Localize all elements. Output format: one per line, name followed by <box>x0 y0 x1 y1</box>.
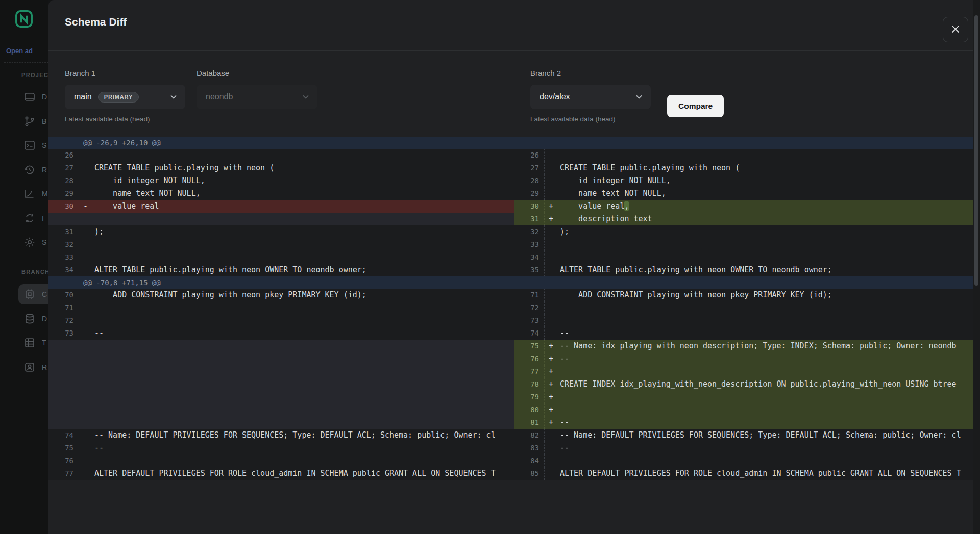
line-number: 31 <box>514 213 545 225</box>
sidebar-item-computes[interactable]: C <box>18 284 48 304</box>
sidebar-item-roles[interactable]: R <box>18 357 48 377</box>
sidebar-item-restore[interactable]: R <box>18 160 48 180</box>
code-text: ); <box>560 225 569 238</box>
sidebar-item-label: D <box>42 93 47 101</box>
database-select[interactable]: neondb <box>197 85 317 109</box>
diff-left-cell: 77ALTER DEFAULT PRIVILEGES FOR ROLE clou… <box>48 467 514 480</box>
diff-row: 79+ <box>48 391 980 403</box>
sidebar-item-databases[interactable]: D <box>18 309 48 329</box>
sidebar-item-sql-editor[interactable]: S <box>18 135 48 156</box>
line-number: 74 <box>514 327 545 340</box>
databases-icon <box>23 313 36 325</box>
line-number: 26 <box>514 149 545 162</box>
code-text: -- Name: DEFAULT PRIVILEGES FOR SEQUENCE… <box>94 429 496 442</box>
sidebar-item-label: R <box>42 166 47 174</box>
diff-left-cell: 26 <box>48 149 514 162</box>
diff-left-cell <box>48 213 514 225</box>
diff-left-cell: 31); <box>48 225 514 238</box>
diff-row: 31);32); <box>48 225 980 238</box>
diff-right-cell: 81+-- <box>514 416 980 429</box>
diff-left-cell: 33 <box>48 251 514 264</box>
line-number: 83 <box>514 442 545 454</box>
diff-left-cell: 29 name text NOT NULL, <box>48 187 514 200</box>
diff-left-cell <box>48 378 514 391</box>
compare-button[interactable]: Compare <box>667 95 724 117</box>
line-number: 85 <box>514 467 545 480</box>
sidebar-item-branches[interactable]: B <box>18 111 48 132</box>
line-number: 71 <box>514 289 545 301</box>
line-number: 73 <box>48 327 79 340</box>
scrollbar-thumb[interactable] <box>974 15 978 286</box>
database-label: Database <box>197 69 317 78</box>
diff-left-cell: 28 id integer NOT NULL, <box>48 174 514 187</box>
close-button[interactable] <box>943 17 968 42</box>
diff-left-cell <box>48 391 514 403</box>
diff-row: 28 id integer NOT NULL,28 id integer NOT… <box>48 174 980 187</box>
diff-right-cell: 85ALTER DEFAULT PRIVILEGES FOR ROLE clou… <box>514 467 980 480</box>
diff-right-cell: 79+ <box>514 391 980 403</box>
diff-row: 75--83-- <box>48 442 980 454</box>
diff-row: 81+-- <box>48 416 980 429</box>
code-text: value real <box>94 200 159 213</box>
sidebar-item-dashboard[interactable]: D <box>18 87 48 107</box>
sidebar-item-integrations[interactable]: I <box>18 208 48 228</box>
line-number: 78 <box>514 378 545 391</box>
branch2-select[interactable]: dev/alex <box>530 85 651 109</box>
sidebar-item-tables[interactable]: T <box>18 333 48 353</box>
line-number: 30 <box>48 200 79 213</box>
hunk-header: @@ -70,8 +71,15 @@ <box>48 276 980 289</box>
diff-row: 77ALTER DEFAULT PRIVILEGES FOR ROLE clou… <box>48 467 980 480</box>
branch1-value: main <box>74 92 92 101</box>
diff-right-cell: 30+ value real, <box>514 200 980 213</box>
sidebar-item-label: B <box>42 117 46 125</box>
diff-row: 34ALTER TABLE public.playing_with_neon O… <box>48 264 980 276</box>
sidebar-item-settings[interactable]: S <box>18 232 48 252</box>
code-text: CREATE TABLE public.playing_with_neon ( <box>560 162 740 174</box>
sidebar-item-monitoring[interactable]: M <box>18 184 48 204</box>
sidebar-section-branch: BRANCH <box>21 269 50 275</box>
diff-row: 78+CREATE INDEX idx_playing_with_neon_de… <box>48 378 980 391</box>
code-text: -- Name: idx_playing_with_neon_descripti… <box>560 340 961 352</box>
word-diff-highlight: , <box>624 201 629 211</box>
diff-row: 29 name text NOT NULL,29 name text NOT N… <box>48 187 980 200</box>
diff-right-cell: 76+-- <box>514 352 980 365</box>
diff-right-cell: 73 <box>514 314 980 327</box>
neon-logo-icon[interactable] <box>14 9 34 29</box>
line-number: 31 <box>48 225 79 238</box>
chevron-down-icon <box>301 92 310 101</box>
addition-marker: + <box>549 391 556 403</box>
code-text: -- <box>560 442 569 454</box>
schema-diff-modal: Schema Diff Branch 1 main PRIMARY <box>48 0 980 534</box>
diff-right-cell: 84 <box>514 454 980 467</box>
diff-row: 75+-- Name: idx_playing_with_neon_descri… <box>48 340 980 352</box>
diff-right-cell: 71 ADD CONSTRAINT playing_with_neon_pkey… <box>514 289 980 301</box>
diff-row: 31+ description text <box>48 213 980 225</box>
code-text: id integer NOT NULL, <box>560 174 671 187</box>
sidebar-item-label: I <box>42 214 44 222</box>
branch1-select[interactable]: main PRIMARY <box>65 85 185 109</box>
code-text: -- <box>560 416 569 429</box>
diff-left-cell: 73-- <box>48 327 514 340</box>
sidebar-item-label: C <box>42 290 47 298</box>
branch1-label: Branch 1 <box>65 69 185 78</box>
diff-row: 77+ <box>48 365 980 378</box>
line-number: 75 <box>514 340 545 352</box>
open-admin-link[interactable]: Open ad <box>6 47 48 55</box>
diff-row: 3233 <box>48 238 980 251</box>
primary-badge: PRIMARY <box>98 92 139 103</box>
line-number: 29 <box>514 187 545 200</box>
code-text: name text NOT NULL, <box>560 187 666 200</box>
code-text: value real, <box>560 200 629 213</box>
code-text: name text NOT NULL, <box>94 187 201 200</box>
chevron-down-icon <box>634 92 644 101</box>
branch2-value: dev/alex <box>540 92 570 101</box>
line-number: 71 <box>48 301 79 314</box>
sidebar-divider <box>4 62 48 63</box>
diff-right-cell: 78+CREATE INDEX idx_playing_with_neon_de… <box>514 378 980 391</box>
addition-marker: + <box>549 352 556 365</box>
diff-left-cell <box>48 403 514 416</box>
tables-icon <box>23 337 36 349</box>
line-number: 27 <box>48 162 79 174</box>
code-text: description text <box>560 213 652 225</box>
line-number: 34 <box>514 251 545 264</box>
